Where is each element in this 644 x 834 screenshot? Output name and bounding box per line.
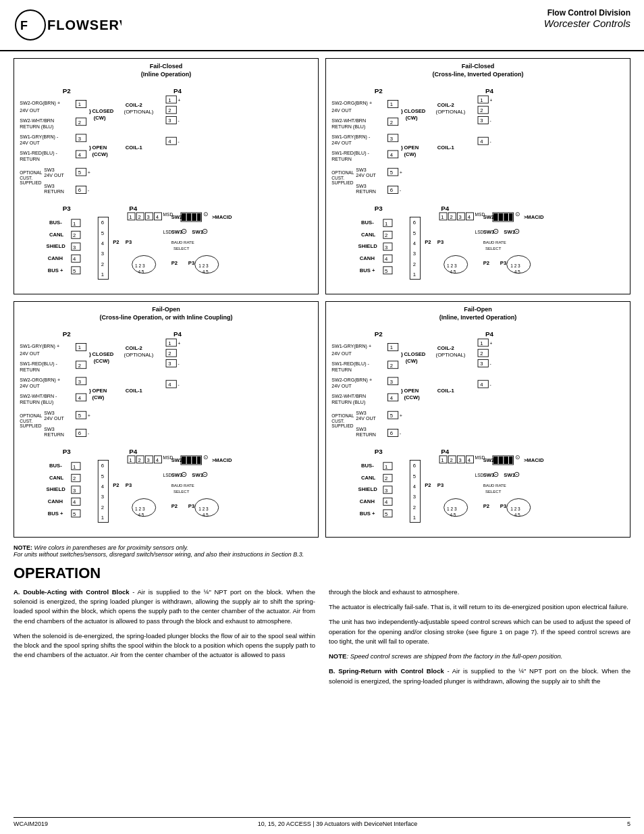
svg-text:CUST.: CUST. — [20, 419, 32, 423]
svg-text:BUS +: BUS + — [360, 267, 375, 273]
svg-text:2: 2 — [450, 457, 452, 463]
svg-text:P2: P2 — [63, 87, 72, 95]
svg-text:⊙: ⊙ — [181, 470, 187, 478]
svg-rect-396 — [504, 457, 508, 464]
svg-text:5: 5 — [78, 413, 81, 419]
svg-text:P4: P4 — [173, 87, 182, 95]
svg-rect-106 — [98, 217, 108, 280]
svg-text:SW3: SW3 — [356, 427, 366, 432]
svg-text:P2: P2 — [113, 482, 119, 488]
svg-text:4 5: 4 5 — [450, 513, 456, 517]
svg-text:P2: P2 — [171, 503, 178, 509]
svg-text:4: 4 — [101, 484, 105, 490]
note-section: NOTE: Wire colors in parentheses are for… — [14, 544, 630, 558]
svg-text:}: } — [401, 351, 403, 357]
svg-text:6: 6 — [78, 188, 81, 194]
svg-text:P3: P3 — [500, 503, 506, 509]
diagram-3-svg: P2 P4 SW1-GRY(BRN) + 24V OUT 1 SW1-RED(B… — [18, 324, 314, 531]
svg-text:CUST.: CUST. — [331, 419, 344, 423]
svg-text:1: 1 — [480, 340, 483, 346]
diagram-2-svg: P2 P4 SW2-ORG(BRN) + 24V OUT 1 SW2-WHT/B… — [330, 81, 626, 288]
svg-text:24V OUT: 24V OUT — [44, 174, 64, 179]
svg-text:P4: P4 — [173, 330, 182, 338]
svg-text:3: 3 — [459, 214, 462, 220]
svg-text:P3: P3 — [500, 260, 506, 266]
svg-rect-397 — [509, 457, 512, 464]
subtitle-label: Worcester Controls — [544, 18, 630, 29]
operation-para-b: B. Spring-Return with Control Block - Ai… — [329, 667, 630, 686]
svg-text:SW3: SW3 — [356, 167, 366, 173]
svg-text:>MACID: >MACID — [524, 214, 544, 220]
svg-text:2: 2 — [450, 214, 452, 220]
svg-text:CLOSED: CLOSED — [404, 108, 426, 114]
svg-text:1: 1 — [441, 457, 444, 463]
svg-text:3: 3 — [413, 251, 416, 257]
diagram-4-svg: P2 P4 SW1-GRY(BRN) + 24V OUT 1 SW1-RED(B… — [330, 324, 626, 531]
svg-text:SW3: SW3 — [44, 167, 54, 173]
svg-rect-287 — [192, 457, 196, 464]
svg-text:4: 4 — [480, 382, 483, 388]
svg-text:CANL: CANL — [49, 475, 64, 481]
svg-text:CANL: CANL — [361, 475, 376, 481]
svg-text:P3: P3 — [437, 239, 444, 245]
svg-text:SW2-ORG(BRN) +: SW2-ORG(BRN) + — [331, 378, 372, 384]
svg-rect-285 — [182, 457, 186, 464]
svg-text:SELECT: SELECT — [485, 246, 502, 251]
svg-text:4: 4 — [73, 256, 76, 262]
svg-text:1: 1 — [385, 221, 387, 227]
diagram-1: Fail-Closed (Inline Operation) P2 P4 SW2… — [14, 58, 319, 294]
svg-text:P3: P3 — [126, 239, 132, 245]
svg-text:SW3: SW3 — [44, 427, 54, 432]
svg-text:+: + — [490, 98, 493, 103]
svg-text:SW2-ORG(BRN) +: SW2-ORG(BRN) + — [20, 378, 60, 384]
svg-text:OPEN: OPEN — [92, 388, 107, 394]
svg-text:3: 3 — [147, 214, 150, 220]
svg-text:P3: P3 — [188, 503, 194, 509]
svg-text:2: 2 — [385, 475, 387, 481]
svg-text:P4: P4 — [441, 448, 450, 455]
svg-text:+: + — [400, 413, 402, 418]
svg-text:COIL-1: COIL-1 — [437, 145, 455, 151]
svg-text:3: 3 — [385, 488, 387, 494]
svg-text:(CCW): (CCW) — [94, 358, 110, 364]
svg-text:1: 1 — [129, 214, 132, 220]
svg-text:SW1-GRY(BRN) +: SW1-GRY(BRN) + — [20, 344, 59, 349]
svg-text:2: 2 — [73, 475, 76, 481]
operation-right-p3: The unit has two independently-adjustabl… — [329, 617, 630, 646]
svg-text:SW2-WHT/BRN -: SW2-WHT/BRN - — [20, 394, 57, 400]
svg-text:1: 1 — [385, 464, 387, 470]
svg-text:CANL: CANL — [361, 232, 376, 238]
svg-text:COIL-2: COIL-2 — [437, 346, 454, 352]
svg-text:-: - — [178, 362, 180, 367]
svg-text:⊙: ⊙ — [202, 470, 208, 478]
svg-text:SELECT: SELECT — [173, 246, 190, 251]
svg-text:SUPPLIED: SUPPLIED — [20, 181, 42, 186]
svg-rect-215 — [410, 217, 420, 280]
svg-text:P2: P2 — [483, 503, 489, 509]
svg-text:5: 5 — [101, 230, 104, 236]
svg-text:3: 3 — [101, 494, 104, 500]
svg-text:6: 6 — [413, 463, 416, 469]
svg-text:4: 4 — [78, 152, 82, 158]
svg-text:(CW): (CW) — [92, 394, 105, 400]
svg-text:BUS +: BUS + — [48, 267, 63, 273]
main-content: Fail-Closed (Inline Operation) P2 P4 SW2… — [0, 51, 644, 698]
svg-text:5: 5 — [73, 511, 76, 517]
svg-text:4: 4 — [101, 240, 105, 246]
svg-text:P4: P4 — [129, 205, 138, 212]
svg-text:SHIELD: SHIELD — [47, 487, 66, 493]
svg-text:6: 6 — [390, 431, 393, 437]
svg-text:SW1-GRY(BRN) -: SW1-GRY(BRN) - — [20, 135, 59, 140]
diagram-4: Fail-Open (Inline, Inverted Operation) P… — [325, 301, 630, 538]
svg-rect-176 — [493, 213, 498, 221]
svg-text:+: + — [490, 341, 493, 346]
svg-text:P2: P2 — [425, 482, 431, 488]
svg-text:4 5: 4 5 — [203, 513, 209, 517]
svg-text:}: } — [89, 351, 91, 357]
svg-text:(CCW): (CCW) — [92, 151, 109, 157]
svg-text:4: 4 — [385, 499, 388, 505]
diagram-1-title: Fail-Closed (Inline Operation) — [18, 63, 314, 78]
svg-text:(OPTIONAL): (OPTIONAL) — [124, 353, 154, 359]
diagram-1-svg: P2 P4 SW2-ORG(BRN) + 24V OUT 1 SW2-WHT/B… — [18, 81, 314, 288]
svg-text:24V OUT: 24V OUT — [44, 417, 64, 422]
